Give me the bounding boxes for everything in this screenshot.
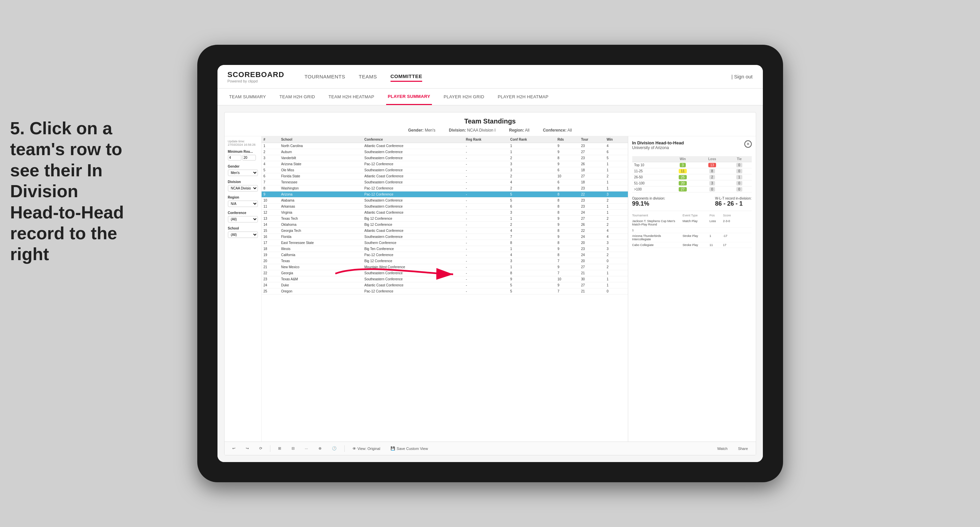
- cell-conference: Atlantic Coast Conference: [362, 173, 464, 179]
- h2h-col-tie: Tie: [727, 156, 751, 162]
- view-original-button[interactable]: 👁 View: Original: [350, 446, 383, 452]
- table-row[interactable]: 8 Washington Pac-12 Conference - 2 8 23 …: [262, 186, 628, 192]
- table-row[interactable]: 5 Ole Miss Southeastern Conference - 3 6…: [262, 167, 628, 173]
- panel-filters: Gender: Men's Division: NCAA Division I …: [231, 128, 749, 133]
- grid-button[interactable]: ⊞: [275, 445, 284, 452]
- conference-filter-value: All: [567, 128, 572, 133]
- plus-button[interactable]: ⊕: [316, 445, 324, 452]
- h2h-range: 51-100: [632, 180, 668, 186]
- conference-select[interactable]: (All): [228, 216, 258, 222]
- refresh-button[interactable]: ⟳: [256, 445, 265, 452]
- logo-subtitle: Powered by clippd: [228, 79, 285, 83]
- subnav-team-h2h-heatmap[interactable]: TEAM H2H HEATMAP: [327, 89, 376, 105]
- cell-school: California: [279, 252, 362, 258]
- h2h-col-loss: Loss: [698, 156, 727, 162]
- t-name: Cabo Collegiate: [632, 243, 679, 247]
- subnav-team-h2h-grid[interactable]: TEAM H2H GRID: [278, 89, 317, 105]
- cell-school: Illinois: [279, 246, 362, 252]
- cell-num: 1: [262, 143, 279, 149]
- t-name: Arizona Thunderbirds Intercollegiate: [632, 234, 679, 241]
- cell-school: Florida: [279, 234, 362, 240]
- cell-num: 10: [262, 198, 279, 203]
- table-row[interactable]: 11 Arkansas Southeastern Conference - 6 …: [262, 203, 628, 210]
- watch-button[interactable]: Watch: [714, 446, 730, 452]
- back-button[interactable]: ↪: [243, 445, 251, 452]
- min-rounds-input-max[interactable]: [242, 155, 256, 160]
- subnav-player-h2h-heatmap[interactable]: PLAYER H2H HEATMAP: [496, 89, 550, 105]
- table-area: # School Conference Reg Rank Conf Rank R…: [262, 136, 628, 441]
- cell-reg-rank: -: [464, 276, 508, 283]
- cell-conf-rank: 3: [508, 258, 555, 264]
- left-sidebar: Update time: 27/03/2024 16:56:26 Minimum…: [224, 136, 262, 441]
- table-row[interactable]: 4 Arizona State Pac-12 Conference - 3 9 …: [262, 161, 628, 167]
- cell-school: Oregon: [279, 288, 362, 294]
- table-row[interactable]: 18 Illinois Big Ten Conference - 1 9 23 …: [262, 246, 628, 252]
- cell-school: North Carolina: [279, 143, 362, 149]
- cell-school: Washington: [279, 186, 362, 192]
- table-row[interactable]: 9 Arizona Pac-12 Conference - 5 8 22 3: [262, 192, 628, 198]
- table-row[interactable]: 17 East Tennessee State Southern Confere…: [262, 240, 628, 246]
- table-row[interactable]: 10 Alabama Southeastern Conference - 5 8…: [262, 198, 628, 203]
- table-row[interactable]: 14 Oklahoma Big 12 Conference - 2 9 26 2: [262, 222, 628, 228]
- filter-school: School (All): [228, 227, 258, 238]
- cell-num: 2: [262, 149, 279, 155]
- minus-button[interactable]: ⊟: [289, 445, 297, 452]
- cell-conference: Big 12 Conference: [362, 222, 464, 228]
- cell-num: 25: [262, 288, 279, 294]
- h2h-row: 11-25 11 8 0: [632, 168, 752, 174]
- school-select[interactable]: (All): [228, 232, 258, 238]
- nav-committee[interactable]: COMMITTEE: [391, 72, 423, 82]
- table-row[interactable]: 6 Florida State Atlantic Coast Conferenc…: [262, 173, 628, 179]
- share-button[interactable]: Share: [735, 446, 750, 452]
- cell-school: Arizona State: [279, 161, 362, 167]
- cell-num: 19: [262, 252, 279, 258]
- subnav-team-summary[interactable]: TEAM SUMMARY: [228, 89, 268, 105]
- col-pos: Pos: [710, 214, 720, 217]
- sign-out-button[interactable]: | Sign out: [731, 74, 752, 79]
- gender-select[interactable]: Men's: [228, 170, 258, 176]
- subnav-player-h2h-grid[interactable]: PLAYER H2H GRID: [442, 89, 486, 105]
- table-row[interactable]: 12 Virginia Atlantic Coast Conference - …: [262, 210, 628, 216]
- table-row[interactable]: 2 Auburn Southeastern Conference - 1 9 2…: [262, 149, 628, 155]
- nav-tournaments[interactable]: TOURNAMENTS: [304, 72, 345, 81]
- min-rounds-input-min[interactable]: [228, 155, 241, 160]
- cell-conference: Southeastern Conference: [362, 203, 464, 210]
- h2h-win: 11: [668, 168, 697, 174]
- table-row[interactable]: 3 Vanderbilt Southeastern Conference - 2…: [262, 155, 628, 161]
- cell-reg-rank: -: [464, 216, 508, 222]
- table-row[interactable]: 16 Florida Southeastern Conference - 7 9…: [262, 234, 628, 240]
- division-select[interactable]: NCAA Division I: [228, 185, 258, 192]
- cell-conf-rank: 1: [508, 143, 555, 149]
- subnav-player-summary[interactable]: PLAYER SUMMARY: [386, 89, 432, 105]
- tournament-row: Cabo Collegiate Stroke Play 11 17: [632, 242, 752, 248]
- cell-num: 14: [262, 222, 279, 228]
- cell-win: 3: [605, 192, 628, 198]
- cell-conference: Pac-12 Conference: [362, 288, 464, 294]
- region-filter-value: All: [525, 128, 529, 133]
- cell-tour: 27: [579, 283, 605, 288]
- nav-teams[interactable]: TEAMS: [358, 72, 377, 81]
- table-row[interactable]: 19 California Pac-12 Conference - 4 8 24…: [262, 252, 628, 258]
- clock-button[interactable]: 🕐: [329, 445, 339, 452]
- tablet-screen: SCOREBOARD Powered by clippd TOURNAMENTS…: [218, 65, 763, 462]
- table-row[interactable]: 7 Tennessee Southeastern Conference - 4 …: [262, 179, 628, 186]
- cell-rds: 9: [555, 149, 579, 155]
- top-nav: SCOREBOARD Powered by clippd TOURNAMENTS…: [218, 65, 763, 89]
- dots-button[interactable]: ···: [302, 446, 311, 452]
- cell-conference: Atlantic Coast Conference: [362, 143, 464, 149]
- table-row[interactable]: 25 Oregon Pac-12 Conference - 5 7 21 0: [262, 288, 628, 294]
- cell-tour: 23: [579, 186, 605, 192]
- cell-conference: Big Ten Conference: [362, 246, 464, 252]
- region-select[interactable]: N/A: [228, 200, 258, 207]
- cell-num: 23: [262, 276, 279, 283]
- wlt-value: 86 - 26 - 1: [715, 200, 752, 207]
- undo-button[interactable]: ↩: [230, 445, 238, 452]
- panel-header: Team Standings Gender: Men's Division: N…: [224, 113, 756, 136]
- save-custom-button[interactable]: 💾 Save Custom View: [388, 445, 431, 452]
- h2h-row: >100 27 0 0: [632, 186, 752, 192]
- table-row[interactable]: 13 Texas Tech Big 12 Conference - 1 9 27…: [262, 216, 628, 222]
- table-row[interactable]: 15 Georgia Tech Atlantic Coast Conferenc…: [262, 228, 628, 234]
- cell-reg-rank: -: [464, 161, 508, 167]
- h2h-close-button[interactable]: ✕: [745, 140, 752, 148]
- table-row[interactable]: 1 North Carolina Atlantic Coast Conferen…: [262, 143, 628, 149]
